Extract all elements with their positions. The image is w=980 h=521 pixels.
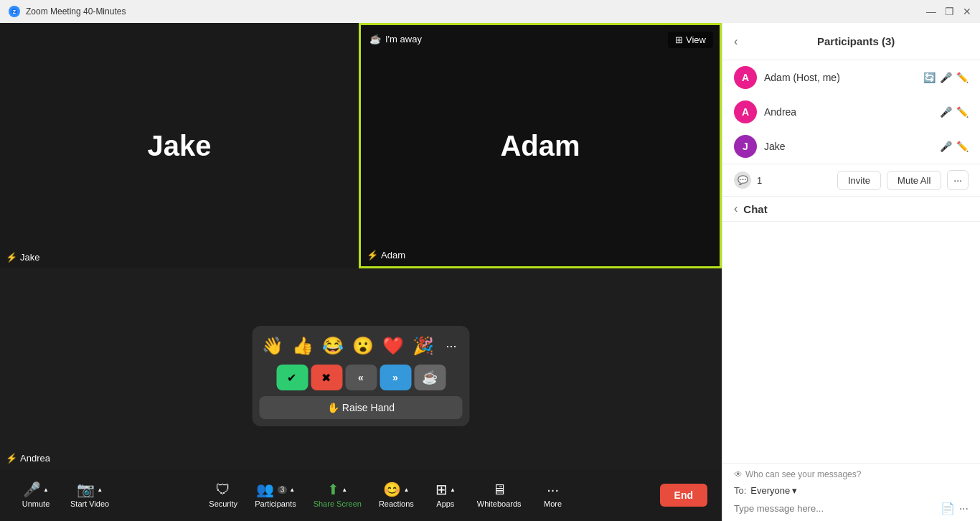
adam-mute-icon[interactable]: 🎤 (940, 72, 952, 83)
security-icon: 🛡 (216, 482, 230, 497)
bubbles-icon: 💬 (734, 172, 751, 189)
participants-label: Participants (255, 499, 296, 508)
andrea-muted-icon: ⚡ (6, 453, 17, 464)
right-panel: ‹ Participants (3) A Adam (Host, me) 🔄 🎤… (722, 23, 980, 521)
participants-more-button[interactable]: ··· (947, 170, 969, 190)
adam-name-display: Adam (500, 130, 580, 162)
avatar-jake: J (734, 135, 757, 158)
adam-actions: 🔄 🎤 ✏️ (923, 72, 969, 83)
participant-adam-name: Adam (Host, me) (764, 72, 916, 83)
participant-jake-name: Jake (764, 141, 933, 152)
adam-muted-icon: ⚡ (367, 250, 378, 260)
more-icon: ··· (547, 482, 559, 497)
reaction-wow[interactable]: 😮 (349, 333, 377, 359)
reactions-icon: 😊 (383, 482, 401, 497)
main-content: ⊞ View Jake ⚡ Jake ☕ I'm away Adam (0, 23, 980, 521)
minimize-button[interactable]: — (926, 6, 936, 17)
reaction-faster-button[interactable]: » (380, 365, 411, 390)
camera-off-icon: 📷 (77, 482, 95, 497)
reaction-wave[interactable]: 👋 (259, 333, 286, 359)
start-video-label: Start Video (70, 499, 109, 508)
mute-all-button[interactable]: Mute All (887, 171, 941, 190)
jake-actions: 🎤 ✏️ (940, 141, 969, 152)
whiteboards-button[interactable]: 🖥 Whiteboards (470, 478, 529, 512)
participants-icon: 👥 (256, 482, 274, 497)
apps-icon: ⊞ (435, 482, 448, 497)
chat-input[interactable] (734, 503, 935, 514)
security-label: Security (209, 499, 237, 508)
adam-stop-video-icon[interactable]: ✏️ (956, 72, 969, 83)
who-can-see: 👁 Who can see your messages? (734, 469, 969, 479)
unmute-label: Unmute (22, 499, 50, 508)
chat-to-select[interactable]: Everyone ▾ (750, 485, 797, 496)
andrea-mute-icon[interactable]: 🎤 (940, 106, 952, 118)
raise-hand-button[interactable]: ✋ Raise Hand (259, 396, 462, 419)
adam-label: ⚡ Adam (367, 250, 405, 260)
chat-header: ‹ Chat (722, 197, 980, 222)
participants-panel-header: ‹ Participants (3) (722, 23, 980, 60)
away-badge: ☕ I'm away (369, 34, 422, 44)
toolbar-left: 🎤 ▲ Unmute 📷 ▲ Start Video (14, 478, 116, 512)
chat-messages (722, 222, 980, 463)
share-screen-button[interactable]: ⬆ ▲ Share Screen (306, 478, 369, 512)
jake-muted-icon: ⚡ (6, 252, 17, 263)
reaction-heart[interactable]: ❤️ (380, 333, 407, 359)
bubbles-count: 1 (757, 175, 831, 186)
jake-label: ⚡ Jake (6, 252, 39, 263)
apps-button[interactable]: ⊞ ▲ Apps (424, 478, 467, 512)
toolbar-center: 🛡 Security 👥 3 ▲ Participants ⬆ (202, 478, 574, 512)
mic-off-icon: 🎤 (23, 482, 41, 497)
start-video-button[interactable]: 📷 ▲ Start Video (63, 478, 116, 512)
end-button[interactable]: End (660, 484, 707, 507)
chat-action-buttons: 📄 ··· (941, 502, 969, 515)
participant-andrea: A Andrea 🎤 ✏️ (722, 95, 980, 129)
andrea-video-icon[interactable]: ✏️ (956, 106, 969, 118)
toolbar: 🎤 ▲ Unmute 📷 ▲ Start Video (0, 469, 722, 521)
reaction-party[interactable]: 🎉 (410, 333, 437, 359)
chat-more-button[interactable]: ··· (959, 502, 969, 515)
adam-sync-icon[interactable]: 🔄 (923, 72, 936, 83)
reaction-check-button[interactable]: ✔ (276, 365, 308, 390)
reactions-button[interactable]: 😊 ▲ Reactions (372, 478, 421, 512)
jake-video-icon[interactable]: ✏️ (956, 141, 969, 152)
whiteboards-label: Whiteboards (477, 499, 522, 508)
chevron-down-icon: ▾ (792, 485, 797, 496)
view-button[interactable]: ⊞ View (668, 32, 713, 48)
close-button[interactable]: ✕ (963, 6, 971, 17)
whiteboards-icon: 🖥 (492, 482, 507, 497)
reaction-more-button[interactable]: ··· (440, 336, 462, 357)
maximize-button[interactable]: ❐ (945, 6, 954, 17)
video-grid-top: Jake ⚡ Jake ☕ I'm away Adam ⚡ Adam (0, 23, 722, 268)
reactions-label: Reactions (379, 499, 414, 508)
reaction-coffee-button[interactable]: ☕ (414, 365, 446, 390)
share-screen-label: Share Screen (314, 499, 362, 508)
video-cell-adam: ☕ I'm away Adam ⚡ Adam (359, 23, 722, 268)
jake-mute-icon[interactable]: 🎤 (940, 141, 952, 152)
reactions-emoji-row: 👋 👍 😂 😮 ❤️ 🎉 ··· (259, 333, 462, 359)
title-bar-left: Z Zoom Meeting 40-Minutes (9, 6, 126, 17)
reaction-x-button[interactable]: ✖ (311, 365, 342, 390)
more-label: More (544, 499, 562, 508)
window-title: Zoom Meeting 40-Minutes (26, 6, 126, 17)
participant-andrea-name: Andrea (764, 106, 933, 118)
reaction-slower-button[interactable]: « (345, 365, 377, 390)
eye-icon: 👁 (734, 469, 743, 479)
unmute-button[interactable]: 🎤 ▲ Unmute (14, 478, 57, 512)
participant-jake: J Jake 🎤 ✏️ (722, 129, 980, 164)
video-cell-jake: Jake ⚡ Jake (0, 23, 359, 268)
more-button[interactable]: ··· More (532, 478, 575, 512)
participants-button[interactable]: 👥 3 ▲ Participants (248, 478, 303, 512)
chat-panel-title: Chat (743, 203, 767, 215)
reaction-thumbsup[interactable]: 👍 (289, 333, 316, 359)
invite-button[interactable]: Invite (837, 171, 881, 190)
chat-file-button[interactable]: 📄 (941, 502, 955, 515)
participants-count-badge: 3 (278, 486, 288, 494)
chat-input-row: 📄 ··· (734, 502, 969, 515)
coffee-icon: ☕ (369, 34, 381, 44)
participants-panel-title: Participants (3) (743, 35, 969, 47)
reaction-laugh[interactable]: 😂 (319, 333, 347, 359)
chat-collapse-button[interactable]: ‹ (734, 202, 738, 215)
security-button[interactable]: 🛡 Security (202, 478, 245, 512)
chat-footer: 👁 Who can see your messages? To: Everyon… (722, 463, 980, 521)
participants-collapse-button[interactable]: ‹ (734, 35, 738, 48)
